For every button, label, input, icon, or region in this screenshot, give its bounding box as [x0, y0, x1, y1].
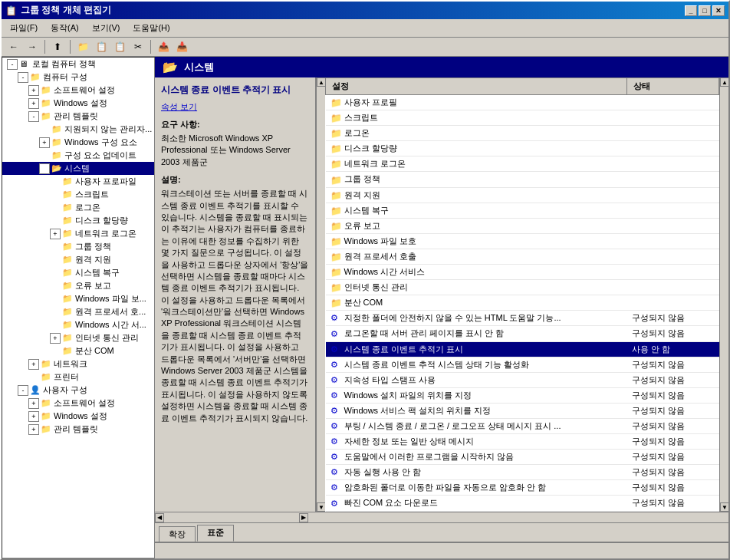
tree-node-scripts[interactable]: 📁 스크립트 — [2, 188, 154, 201]
tree-label-errorlog: 오류 보고 — [75, 280, 111, 292]
tree-node-userwindows[interactable]: + 📁 Windows 설정 — [2, 410, 154, 423]
expand-windows[interactable]: + — [28, 98, 39, 109]
table-row[interactable]: ⚙부팅 / 시스템 종료 / 로그온 / 로그오프 상태 메시지 표시 ...구… — [326, 418, 719, 433]
copy-button[interactable]: 📋 — [93, 39, 110, 54]
table-row[interactable]: ⚙도움말에서 이러한 프로그램을 시작하지 않음구성되지 않음 — [326, 450, 719, 465]
tree-node-root[interactable]: - 🖥 로컬 컴퓨터 정책 — [2, 58, 154, 71]
expand-admin[interactable]: - — [28, 111, 39, 122]
col-status[interactable]: 상태 — [627, 78, 719, 95]
table-row[interactable]: ⚙지정한 폴더에 안전하지 않을 수 있는 HTML 도움말 기능...구성되지… — [326, 311, 719, 326]
menu-view[interactable]: 보기(V) — [87, 21, 125, 35]
table-row[interactable]: 📁디스크 할당량 — [326, 141, 719, 156]
scroll-down-settings[interactable]: ▼ — [720, 502, 728, 512]
tree-node-errorlog[interactable]: 📁 오류 보고 — [2, 279, 154, 292]
expand-useradmin[interactable]: + — [28, 424, 39, 435]
setting-name-cell: 📁원격 프로세서 호출 — [326, 249, 627, 264]
table-row[interactable]: 📁네트워크 로그온 — [326, 156, 719, 172]
tree-node-printer[interactable]: 📁 프린터 — [2, 371, 154, 384]
tree-node-userconfig[interactable]: - 👤 사용자 구성 — [2, 384, 154, 397]
tree-node-usersoftware[interactable]: + 📁 소프트웨어 설정 — [2, 397, 154, 410]
table-row[interactable]: ⚙Windows 서비스 팩 설치의 위치를 지정구성되지 않음 — [326, 403, 719, 418]
tab-standard[interactable]: 표준 — [197, 525, 234, 542]
forward-button[interactable]: → — [24, 39, 41, 54]
tree-node-wintime[interactable]: 📁 Windows 시간 서... — [2, 318, 154, 331]
tree-node-compupdate[interactable]: 📁 구성 요소 업데이트 — [2, 149, 154, 162]
tree-node-diskquota[interactable]: 📁 디스크 할당량 — [2, 214, 154, 227]
tree-node-remoteproc[interactable]: 📁 원격 프로세서 호... — [2, 305, 154, 318]
table-row[interactable]: ⚙자동 실행 사용 안 함구성되지 않음 — [326, 465, 719, 480]
table-row[interactable]: 📁스크립트 — [326, 110, 719, 126]
tree-node-netcom[interactable]: + 📁 인터넷 통신 관리 — [2, 331, 154, 344]
show-hide-button[interactable]: 📁 — [74, 39, 91, 54]
up-button[interactable]: ⬆ — [49, 39, 66, 54]
expand-network[interactable]: + — [28, 359, 39, 370]
table-row[interactable]: 📁Windows 파일 보호 — [326, 233, 719, 249]
close-button[interactable]: ✕ — [712, 5, 725, 16]
tree-node-software[interactable]: + 📁 소프트웨어 설정 — [2, 84, 154, 97]
delete-button[interactable]: ✂ — [130, 39, 146, 54]
table-row[interactable]: ⚙암호화된 폴더로 이동한 파일을 자동으로 암호화 안 함구성되지 않음 — [326, 480, 719, 496]
hscroll-right[interactable]: ▶ — [299, 513, 308, 522]
table-row[interactable]: 📁Windows 시간 서비스 — [326, 265, 719, 280]
table-row[interactable]: 📁원격 지원 — [326, 187, 719, 203]
tab-extended[interactable]: 확장 — [159, 526, 196, 542]
desc-title: 시스템 종료 이벤트 추적기 표시 — [161, 84, 309, 97]
expand-usersoftware[interactable]: + — [28, 398, 39, 409]
maximize-button[interactable]: □ — [699, 5, 711, 16]
back-button[interactable]: ← — [5, 39, 22, 54]
table-row[interactable]: 📁원격 프로세서 호출 — [326, 249, 719, 264]
table-row[interactable]: ⚙시스템 종료 이벤트 추적 시스템 상태 기능 활성화구성되지 않음 — [326, 357, 719, 372]
tree-node-network[interactable]: + 📁 네트워크 — [2, 357, 154, 371]
tree-node-computer[interactable]: - 📁 컴퓨터 구성 — [2, 71, 154, 84]
expand-system[interactable]: - — [39, 163, 50, 174]
paste-button[interactable]: 📋 — [111, 39, 128, 54]
hscroll-left[interactable]: ◀ — [155, 513, 164, 522]
table-row[interactable]: ⚙시스템 종료 이벤트 추적기 표시사용 안 함 — [326, 341, 719, 357]
tree-node-remote[interactable]: 📁 원격 지원 — [2, 253, 154, 266]
export-button[interactable]: 📤 — [155, 39, 172, 54]
table-row[interactable]: ⚙로그온할 때 서버 관리 페이지를 표시 안 함구성되지 않음 — [326, 326, 719, 341]
tree-node-winfile[interactable]: 📁 Windows 파일 보... — [2, 292, 154, 305]
expand-netcom[interactable]: + — [50, 333, 61, 344]
menu-action[interactable]: 동작(A) — [46, 21, 84, 35]
menu-file[interactable]: 파일(F) — [5, 21, 42, 35]
user-icon: 👤 — [30, 385, 41, 396]
scroll-up-settings[interactable]: ▲ — [720, 77, 728, 87]
desc-link[interactable]: 속성 보기 — [161, 101, 309, 113]
tree-node-distcom[interactable]: 📁 분산 COM — [2, 344, 154, 357]
import-button[interactable]: 📥 — [173, 39, 190, 54]
tree-node-wincomp[interactable]: + 📁 Windows 구성 요소 — [2, 136, 154, 149]
table-row[interactable]: 📁오류 보고 — [326, 218, 719, 233]
table-row[interactable]: 📁그룹 정책 — [326, 172, 719, 187]
expand-computer[interactable]: - — [18, 72, 28, 83]
expand-software[interactable]: + — [28, 85, 39, 96]
expand-netlogon[interactable]: + — [50, 229, 61, 239]
table-row[interactable]: 📁로그온 — [326, 126, 719, 141]
tree-node-restore[interactable]: 📁 시스템 복구 — [2, 266, 154, 279]
tree-node-netlogon[interactable]: + 📁 네트워크 로그온 — [2, 227, 154, 240]
tree-node-useradmin[interactable]: + 📁 관리 템플릿 — [2, 423, 154, 436]
table-row[interactable]: ⚙Windows 설치 파일의 위치를 지정구성되지 않음 — [326, 387, 719, 403]
tree-node-admin[interactable]: - 📁 관리 템플릿 — [2, 110, 154, 123]
table-row[interactable]: ⚙빠진 COM 요소 다운로드구성되지 않음 — [326, 496, 719, 511]
table-row[interactable]: 📁사용자 프로필 — [326, 95, 719, 110]
expand-userconfig[interactable]: - — [18, 385, 28, 396]
expand-root[interactable]: - — [7, 59, 18, 70]
expand-userwindows[interactable]: + — [28, 411, 39, 422]
table-row[interactable]: ⚙지속성 타입 스탬프 사용구성되지 않음 — [326, 372, 719, 387]
tree-node-system[interactable]: - 📂 시스템 — [2, 162, 154, 175]
tree-node-logon[interactable]: 📁 로그온 — [2, 201, 154, 214]
menu-help[interactable]: 도움말(H) — [128, 21, 174, 35]
minimize-button[interactable]: _ — [685, 5, 697, 16]
tree-node-userprofile[interactable]: 📁 사용자 프로파일 — [2, 175, 154, 188]
col-setting[interactable]: 설정 — [326, 78, 627, 95]
table-row[interactable]: ⚙자세한 정보 또는 일반 상태 메시지구성되지 않음 — [326, 434, 719, 450]
tree-node-unsupported[interactable]: 📁 지원되지 않는 관리자... — [2, 123, 154, 136]
tree-label-system: 시스템 — [64, 163, 90, 174]
tree-node-grouppolicy[interactable]: 📁 그룹 정책 — [2, 240, 154, 253]
tree-node-windows[interactable]: + 📁 Windows 설정 — [2, 97, 154, 110]
expand-wincomp[interactable]: + — [39, 137, 50, 148]
table-row[interactable]: 📁인터넷 통신 관리 — [326, 280, 719, 295]
table-row[interactable]: 📁분산 COM — [326, 295, 719, 311]
table-row[interactable]: 📁시스템 복구 — [326, 203, 719, 218]
